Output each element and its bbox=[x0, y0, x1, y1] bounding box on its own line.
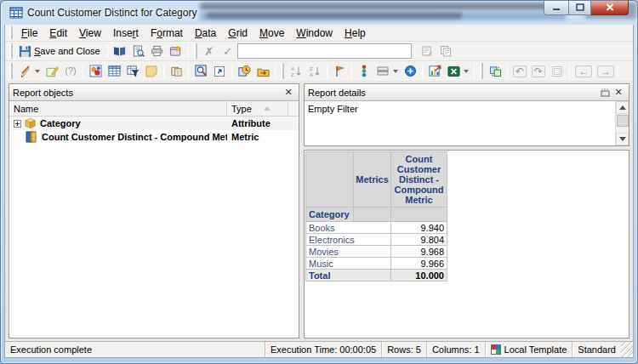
help-mode-button[interactable]: (?) bbox=[61, 63, 80, 80]
sort-ascending-button[interactable]: AZ bbox=[287, 63, 305, 80]
toolbar-separator bbox=[422, 65, 423, 78]
tree-row-metric[interactable]: Count Customer Distinct - Compound Metri… bbox=[9, 130, 299, 144]
close-button[interactable] bbox=[591, 0, 629, 15]
toolbar-separator bbox=[474, 65, 475, 78]
toolbar-separator bbox=[188, 65, 189, 78]
graph-view-button[interactable] bbox=[86, 63, 105, 80]
background-window-blur bbox=[200, 3, 557, 10]
grid-empty-cell bbox=[391, 208, 447, 222]
expand-plus-icon[interactable] bbox=[14, 120, 21, 128]
export-button[interactable] bbox=[253, 63, 272, 80]
swap-axes-button[interactable] bbox=[486, 63, 504, 80]
page-by-button[interactable] bbox=[167, 63, 185, 80]
new-window-button[interactable] bbox=[210, 63, 229, 80]
add-to-report-button[interactable] bbox=[425, 63, 444, 80]
copy-formula-button[interactable] bbox=[436, 43, 455, 60]
design-view-button[interactable] bbox=[43, 63, 61, 80]
insert-object-button[interactable] bbox=[401, 63, 419, 80]
properties-button[interactable] bbox=[167, 43, 185, 60]
object-type: Metric bbox=[227, 132, 288, 142]
report-filter-area: Empty Filter bbox=[305, 101, 629, 145]
edit-formula-button[interactable] bbox=[418, 43, 436, 60]
toolbar-grip[interactable] bbox=[480, 63, 483, 78]
menu-format[interactable]: Format bbox=[145, 26, 189, 41]
filter-text[interactable]: Empty Filter bbox=[305, 101, 615, 145]
notes-button[interactable] bbox=[142, 63, 161, 80]
grid-metrics-header[interactable]: Metrics bbox=[354, 152, 391, 208]
save-and-close-button[interactable]: Save and Close bbox=[15, 43, 105, 60]
tree-row-category[interactable]: Category Attribute bbox=[9, 117, 299, 130]
banding-button[interactable] bbox=[373, 63, 401, 80]
toolbar-grip[interactable] bbox=[9, 26, 13, 39]
minimize-button[interactable] bbox=[544, 0, 568, 15]
toolbar-grip[interactable] bbox=[9, 43, 13, 59]
report-description-button[interactable] bbox=[111, 43, 129, 60]
menu-file[interactable]: File bbox=[15, 26, 43, 41]
resize-grip[interactable] bbox=[621, 342, 633, 357]
toolbar-grip[interactable] bbox=[194, 43, 197, 59]
cancel-formula-button[interactable]: ✗ bbox=[200, 43, 219, 60]
cell-value[interactable]: 9.968 bbox=[391, 246, 447, 258]
cell-value[interactable]: 9.804 bbox=[391, 234, 447, 246]
report-objects-header: Report objects ✕ bbox=[9, 84, 299, 101]
total-label[interactable]: Total bbox=[306, 270, 391, 282]
redo-button[interactable]: ↷ bbox=[529, 63, 548, 80]
page-setup-button[interactable] bbox=[548, 63, 567, 80]
menu-data[interactable]: Data bbox=[189, 26, 222, 41]
menu-edit[interactable]: Edit bbox=[43, 26, 73, 41]
drill-button[interactable] bbox=[330, 63, 349, 80]
grid-header-row: Metrics Count Customer Distinct - Compou… bbox=[306, 152, 447, 208]
page-copy-icon bbox=[439, 44, 453, 58]
filter-scrollbar[interactable] bbox=[615, 101, 629, 145]
forward-button[interactable]: → bbox=[595, 63, 617, 80]
menu-help[interactable]: Help bbox=[339, 26, 372, 41]
print-button[interactable] bbox=[148, 43, 167, 60]
row-label[interactable]: Books bbox=[306, 222, 391, 234]
style-picker-button[interactable] bbox=[15, 63, 43, 80]
grid-metric-column-header[interactable]: Count Customer Distinct - Compound Metri… bbox=[391, 152, 447, 208]
row-label[interactable]: Music bbox=[306, 258, 391, 270]
row-label[interactable]: Electronics bbox=[306, 234, 391, 246]
flag-icon bbox=[333, 65, 346, 78]
scroll-up-icon[interactable] bbox=[616, 101, 629, 114]
row-label[interactable]: Movies bbox=[306, 246, 391, 258]
grid-view-button[interactable] bbox=[105, 63, 123, 80]
undo-button[interactable]: ↶ bbox=[510, 63, 529, 80]
report-grid-area: Metrics Count Customer Distinct - Compou… bbox=[304, 150, 629, 338]
sort-descending-button[interactable]: ZA bbox=[305, 63, 324, 80]
restore-panel-icon[interactable] bbox=[598, 87, 612, 99]
total-value[interactable]: 10.000 bbox=[391, 270, 447, 282]
apply-formula-button[interactable]: ✓ bbox=[219, 43, 237, 60]
close-panel-icon[interactable]: ✕ bbox=[612, 87, 625, 99]
scroll-thumb[interactable] bbox=[617, 115, 629, 127]
menu-view[interactable]: View bbox=[73, 26, 107, 41]
column-header-type[interactable]: Type bbox=[227, 101, 288, 116]
menu-insert[interactable]: Insert bbox=[107, 26, 145, 41]
menu-window[interactable]: Window bbox=[290, 26, 339, 41]
status-message: Execution complete bbox=[5, 342, 265, 357]
toolbar-separator bbox=[107, 44, 108, 58]
history-button[interactable] bbox=[235, 63, 253, 80]
cell-value[interactable]: 9.940 bbox=[391, 222, 447, 234]
grid-corner-cell[interactable] bbox=[306, 152, 354, 208]
close-panel-icon[interactable]: ✕ bbox=[282, 87, 295, 99]
thresholds-button[interactable] bbox=[355, 63, 373, 80]
maximize-button[interactable] bbox=[568, 0, 591, 15]
menu-grid[interactable]: Grid bbox=[222, 26, 253, 41]
sort-az-icon: AZ bbox=[289, 65, 303, 78]
toolbar-grip[interactable] bbox=[281, 63, 284, 78]
back-button[interactable]: ← bbox=[572, 63, 595, 80]
menu-move[interactable]: Move bbox=[253, 26, 290, 41]
report-objects-tree: Category Attribute Count Customer Distin… bbox=[9, 117, 299, 338]
scroll-down-icon[interactable] bbox=[616, 133, 629, 145]
print-preview-button[interactable] bbox=[129, 43, 148, 60]
toolbar-grip[interactable] bbox=[9, 63, 13, 78]
cell-value[interactable]: 9.966 bbox=[391, 258, 447, 270]
formula-input[interactable] bbox=[237, 43, 412, 59]
find-button[interactable] bbox=[191, 63, 210, 80]
view-filter-button[interactable] bbox=[123, 63, 142, 80]
grid-category-header[interactable]: Category bbox=[306, 208, 354, 222]
column-header-name[interactable]: Name bbox=[9, 101, 227, 116]
export-excel-button[interactable] bbox=[444, 63, 471, 80]
title-bar[interactable]: Count Customer Distinct for Category bbox=[4, 1, 634, 25]
